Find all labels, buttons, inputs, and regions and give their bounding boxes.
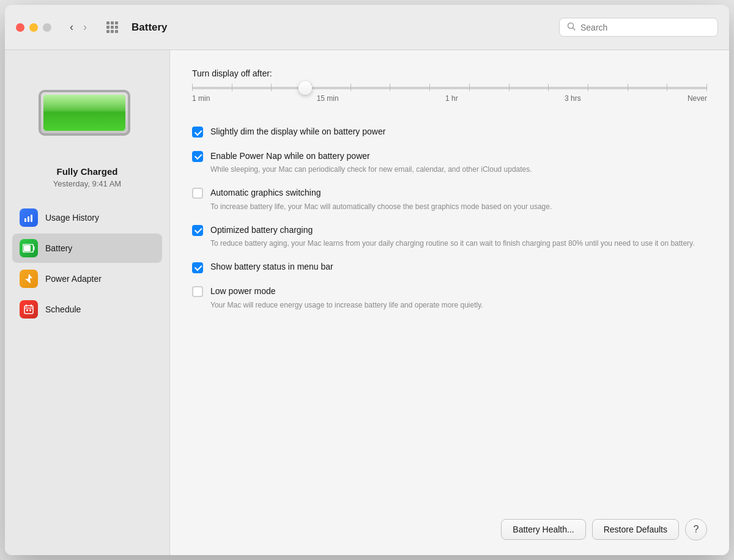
slider-labels: 1 min 15 min 1 hr 3 hrs Never	[192, 94, 707, 103]
tick-12	[667, 84, 667, 91]
sidebar-label-battery: Battery	[45, 243, 72, 253]
options-list: Slightly dim the display while on batter…	[192, 120, 707, 317]
tick-1	[232, 84, 232, 91]
svg-rect-9	[24, 306, 33, 314]
svg-rect-7	[34, 246, 35, 250]
sidebar-label-power-adapter: Power Adapter	[45, 274, 102, 284]
power-adapter-icon	[20, 270, 38, 288]
slider-label-never: Never	[688, 94, 707, 103]
option-title-low-power: Low power mode	[210, 286, 707, 298]
option-optimized-charging: Optimized battery charging To reduce bat…	[192, 218, 707, 256]
sidebar-item-power-adapter[interactable]: Power Adapter	[12, 264, 162, 293]
titlebar: ‹ › Battery	[5, 5, 729, 50]
battery-status-label: Fully Charged	[56, 166, 117, 177]
tick-6	[429, 84, 430, 91]
tick-10	[588, 84, 588, 91]
option-title-show-status: Show battery status in menu bar	[210, 261, 707, 273]
option-auto-graphics: Automatic graphics switching To increase…	[192, 181, 707, 218]
restore-defaults-button[interactable]: Restore Defaults	[592, 519, 679, 540]
sidebar-label-usage-history: Usage History	[45, 213, 99, 223]
option-power-nap: Enable Power Nap while on battery power …	[192, 144, 707, 182]
tick-2	[271, 84, 272, 91]
checkbox-auto-graphics[interactable]	[192, 188, 203, 199]
slider-thumb[interactable]	[298, 81, 312, 95]
sidebar-item-usage-history[interactable]: Usage History	[12, 203, 162, 232]
back-button[interactable]: ‹	[66, 18, 77, 36]
sidebar-label-schedule: Schedule	[45, 304, 81, 314]
option-title-optimized-charging: Optimized battery charging	[210, 224, 707, 237]
checkbox-low-power[interactable]	[192, 286, 203, 297]
minimize-button[interactable]	[29, 23, 38, 32]
traffic-lights	[16, 23, 51, 32]
battery-health-button[interactable]: Battery Health...	[501, 519, 585, 540]
schedule-icon	[20, 300, 38, 319]
checkbox-show-status[interactable]	[192, 262, 203, 273]
tick-9	[548, 84, 549, 91]
option-desc-power-nap: While sleeping, your Mac can periodicall…	[210, 164, 707, 175]
window-title: Battery	[132, 21, 549, 34]
sidebar-nav: Usage History Battery	[12, 203, 162, 324]
option-desc-auto-graphics: To increase battery life, your Mac will …	[210, 201, 707, 212]
slider-label-1hr: 1 hr	[445, 94, 458, 103]
maximize-button[interactable]	[43, 23, 51, 32]
checkbox-optimized-charging[interactable]	[192, 225, 203, 236]
checkbox-dim-display[interactable]	[192, 127, 203, 138]
tick-13	[706, 84, 707, 91]
sidebar: Fully Charged Yesterday, 9:41 AM Usage H…	[5, 50, 170, 555]
nav-buttons: ‹ ›	[66, 18, 91, 36]
svg-rect-13	[26, 309, 28, 311]
svg-line-1	[573, 28, 576, 31]
slider-track-container	[192, 87, 707, 89]
tick-4	[350, 84, 351, 91]
checkbox-power-nap[interactable]	[192, 151, 203, 162]
svg-rect-3	[28, 216, 29, 222]
main-window: ‹ › Battery	[5, 5, 729, 555]
app-grid-icon[interactable]	[106, 21, 118, 33]
option-title-power-nap: Enable Power Nap while on battery power	[210, 150, 707, 163]
search-input[interactable]	[580, 23, 710, 32]
slider-label-1min: 1 min	[192, 94, 210, 103]
slider-label-3hrs: 3 hrs	[565, 94, 581, 103]
slider-label-15min: 15 min	[317, 94, 339, 103]
slider-label: Turn display off after:	[192, 68, 707, 78]
bottom-bar: Battery Health... Restore Defaults ?	[501, 518, 707, 540]
option-desc-low-power: Your Mac will reduce energy usage to inc…	[210, 300, 707, 311]
battery-illustration	[39, 81, 136, 154]
option-show-status: Show battery status in menu bar	[192, 255, 707, 279]
svg-rect-4	[31, 215, 32, 222]
tick-11	[628, 84, 628, 91]
svg-rect-14	[29, 309, 31, 311]
tick-7	[469, 84, 470, 91]
battery-time-label: Yesterday, 9:41 AM	[53, 179, 121, 188]
svg-rect-2	[24, 218, 26, 222]
close-button[interactable]	[16, 23, 24, 32]
battery-fill-shine	[43, 95, 125, 111]
option-desc-optimized-charging: To reduce battery aging, your Mac learns…	[210, 238, 707, 249]
option-dim-display: Slightly dim the display while on batter…	[192, 120, 707, 144]
option-title-dim-display: Slightly dim the display while on batter…	[210, 126, 707, 138]
search-bar[interactable]	[559, 18, 718, 37]
help-button[interactable]: ?	[685, 518, 707, 540]
search-icon	[567, 22, 576, 32]
slider-track	[192, 87, 707, 89]
battery-nav-icon	[20, 239, 38, 257]
sidebar-item-battery[interactable]: Battery	[12, 234, 162, 263]
tick-8	[509, 84, 510, 91]
usage-history-icon	[20, 208, 38, 227]
sidebar-item-schedule[interactable]: Schedule	[12, 295, 162, 324]
tick-5	[390, 84, 390, 91]
tick-0	[192, 84, 193, 91]
detail-panel: Turn display off after:	[170, 50, 729, 555]
slider-section: Turn display off after:	[192, 68, 707, 103]
main-content: Fully Charged Yesterday, 9:41 AM Usage H…	[5, 50, 729, 555]
forward-button[interactable]: ›	[80, 18, 91, 36]
option-title-auto-graphics: Automatic graphics switching	[210, 187, 707, 199]
battery-body	[39, 90, 130, 136]
option-low-power: Low power mode Your Mac will reduce ener…	[192, 279, 707, 317]
svg-rect-6	[24, 245, 31, 251]
svg-marker-8	[25, 274, 32, 284]
